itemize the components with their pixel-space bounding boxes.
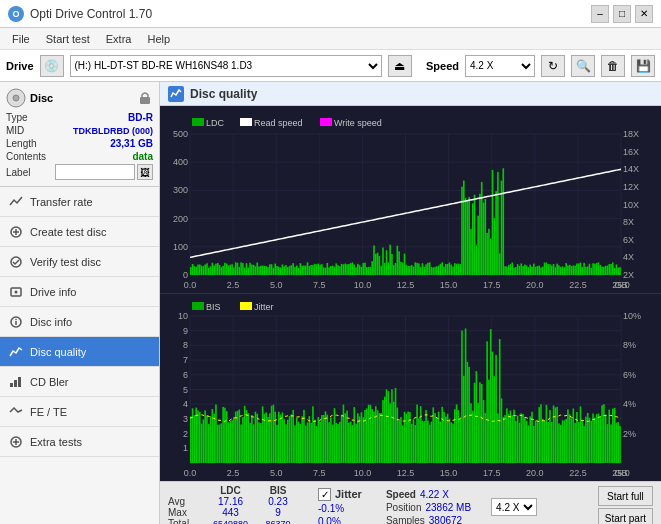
save-button[interactable]: 💾 — [631, 55, 655, 77]
disc-quality-title: Disc quality — [190, 87, 257, 101]
jitter-label: Jitter — [335, 488, 362, 500]
disc-panel: Disc Type BD-R MID TDKBLDRBD (000) Lengt… — [0, 82, 159, 187]
sidebar-item-create-test-disc[interactable]: Create test disc — [0, 217, 159, 247]
sidebar-item-extra-tests[interactable]: Extra tests — [0, 427, 159, 457]
disc-lock-icon — [137, 90, 153, 106]
start-buttons: Start full Start part — [598, 486, 653, 524]
avg-label: Avg — [168, 496, 203, 507]
menubar: File Start test Extra Help — [0, 28, 661, 50]
titlebar: O Opti Drive Control 1.70 – □ ✕ — [0, 0, 661, 28]
main-layout: Disc Type BD-R MID TDKBLDRBD (000) Lengt… — [0, 82, 661, 524]
max-jitter: 0.0% — [318, 516, 362, 525]
lower-chart — [160, 293, 661, 481]
col-bis-header: BIS — [258, 485, 298, 496]
refresh-button[interactable]: ↻ — [541, 55, 565, 77]
sidebar-item-disc-quality[interactable]: Disc quality — [0, 337, 159, 367]
start-full-button[interactable]: Start full — [598, 486, 653, 506]
label-input-group: 🖼 — [55, 164, 153, 180]
sidebar-item-verify-test-disc[interactable]: Verify test disc — [0, 247, 159, 277]
disc-quality-icon — [8, 344, 24, 360]
speed-dropdown[interactable]: 4.2 X — [491, 498, 537, 516]
eject-button[interactable]: ⏏ — [388, 55, 412, 77]
scan-button[interactable]: 🔍 — [571, 55, 595, 77]
menu-file[interactable]: File — [4, 31, 38, 47]
samples-label: Samples — [386, 515, 425, 525]
charts-wrapper — [160, 106, 661, 481]
disc-contents-row: Contents data — [6, 151, 153, 162]
drive-info-icon — [8, 284, 24, 300]
col-ldc-header: LDC — [203, 485, 258, 496]
window-controls: – □ ✕ — [591, 5, 653, 23]
disc-label-row: Label 🖼 — [6, 164, 153, 180]
label-browse-button[interactable]: 🖼 — [137, 164, 153, 180]
max-ldc: 443 — [203, 507, 258, 518]
transfer-rate-icon — [8, 194, 24, 210]
nav-items: Transfer rate Create test disc Verify te… — [0, 187, 159, 524]
max-label: Max — [168, 507, 203, 518]
jitter-header: ✓ Jitter — [318, 488, 362, 501]
max-bis: 9 — [258, 507, 298, 518]
samples-value: 380672 — [429, 515, 462, 525]
disc-panel-title: Disc — [30, 92, 53, 104]
menu-extra[interactable]: Extra — [98, 31, 140, 47]
menu-help[interactable]: Help — [139, 31, 178, 47]
titlebar-left: O Opti Drive Control 1.70 — [8, 6, 152, 22]
avg-ldc: 17.16 — [203, 496, 258, 507]
speed-position-section: Speed 4.22 X Position 23862 MB Samples 3… — [386, 489, 471, 525]
disc-length-row: Length 23,31 GB — [6, 138, 153, 149]
svg-rect-12 — [10, 383, 13, 387]
position-row: Position 23862 MB — [386, 502, 471, 513]
disc-info-rows: Type BD-R MID TDKBLDRBD (000) Length 23,… — [6, 112, 153, 180]
disc-mid-row: MID TDKBLDRBD (000) — [6, 125, 153, 136]
disc-header: Disc — [6, 88, 153, 108]
jitter-checkbox[interactable]: ✓ — [318, 488, 331, 501]
label-input[interactable] — [55, 164, 135, 180]
drive-select[interactable]: (H:) HL-DT-ST BD-RE WH16NS48 1.D3 — [70, 55, 382, 77]
sidebar-item-cd-bler[interactable]: CD Bler — [0, 367, 159, 397]
jitter-section: ✓ Jitter -0.1% 0.0% — [318, 488, 362, 525]
menu-start-test[interactable]: Start test — [38, 31, 98, 47]
stats-table: LDC BIS Avg 17.16 0.23 Max 443 9 Total 6… — [168, 485, 298, 524]
disc-quality-header: Disc quality — [160, 82, 661, 106]
maximize-button[interactable]: □ — [613, 5, 631, 23]
svg-rect-2 — [140, 97, 150, 104]
speed-col-header: Speed — [386, 489, 416, 500]
total-ldc: 6549880 — [203, 518, 258, 524]
speed-row: Speed 4.22 X — [386, 489, 471, 500]
upper-chart-canvas — [160, 106, 661, 293]
svg-rect-13 — [14, 380, 17, 387]
minimize-button[interactable]: – — [591, 5, 609, 23]
erase-button[interactable]: 🗑 — [601, 55, 625, 77]
drive-label: Drive — [6, 60, 34, 72]
position-label: Position — [386, 502, 422, 513]
avg-jitter: -0.1% — [318, 503, 362, 514]
disc-quality-panel-icon — [168, 86, 184, 102]
sidebar-item-disc-info[interactable]: Disc info — [0, 307, 159, 337]
svg-point-8 — [15, 290, 18, 293]
total-label: Total — [168, 518, 203, 524]
avg-bis: 0.23 — [258, 496, 298, 507]
extra-tests-icon — [8, 434, 24, 450]
sidebar-item-drive-info[interactable]: Drive info — [0, 277, 159, 307]
sidebar-item-transfer-rate[interactable]: Transfer rate — [0, 187, 159, 217]
start-part-button[interactable]: Start part — [598, 508, 653, 524]
speed-select[interactable]: 4.2 X — [465, 55, 535, 77]
close-button[interactable]: ✕ — [635, 5, 653, 23]
speed-value: 4.22 X — [420, 489, 449, 500]
position-value: 23862 MB — [425, 502, 471, 513]
fe-te-icon — [8, 404, 24, 420]
disc-icon — [6, 88, 26, 108]
cd-bler-icon — [8, 374, 24, 390]
disc-type-row: Type BD-R — [6, 112, 153, 123]
drive-icon: 💿 — [40, 55, 64, 77]
sidebar: Disc Type BD-R MID TDKBLDRBD (000) Lengt… — [0, 82, 160, 524]
speed-label: Speed — [426, 60, 459, 72]
app-icon: O — [8, 6, 24, 22]
app-title: Opti Drive Control 1.70 — [30, 7, 152, 21]
disc-info-icon — [8, 314, 24, 330]
total-bis: 86370 — [258, 518, 298, 524]
content-area: Disc quality LDC BIS Avg — [160, 82, 661, 524]
sidebar-item-fe-te[interactable]: FE / TE — [0, 397, 159, 427]
create-test-disc-icon — [8, 224, 24, 240]
speed-dropdown-wrapper: 4.2 X — [491, 498, 537, 516]
